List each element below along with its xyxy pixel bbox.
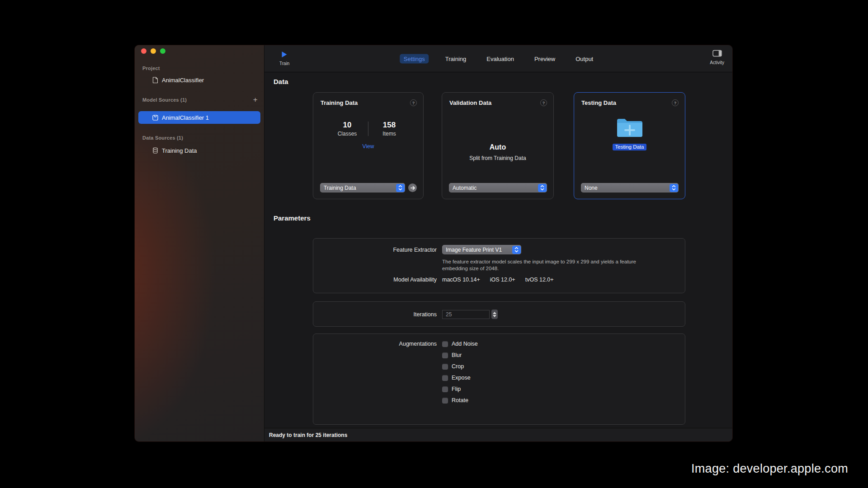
feature-extractor-box: Feature Extractor Image Feature Print V1	[313, 238, 685, 293]
checkbox-flip[interactable]	[442, 386, 448, 392]
testing-data-select[interactable]: None	[581, 183, 679, 192]
document-icon	[152, 77, 159, 84]
select-stepper-icon	[396, 184, 405, 192]
training-data-select[interactable]: Training Data	[320, 183, 405, 192]
sidebar-item-project[interactable]: AnimalClassifier	[135, 74, 264, 86]
model-source-icon	[152, 114, 159, 121]
augmentation-option-label: Rotate	[452, 397, 468, 404]
activity-icon	[712, 50, 722, 59]
validation-data-card: Validation Data ? Auto Split from Traini…	[442, 92, 554, 199]
training-data-card: Training Data ? 10 Classes 158 Items	[313, 92, 424, 199]
training-card-title: Training Data	[321, 99, 358, 106]
checkbox-blur[interactable]	[442, 352, 448, 358]
help-icon[interactable]: ?	[540, 99, 547, 106]
iterations-input[interactable]: 25	[442, 310, 490, 319]
augmentation-option-label: Crop	[452, 363, 464, 370]
data-section-heading: Data	[274, 78, 288, 85]
augmentations-label: Augmentations	[313, 341, 437, 347]
status-message: Ready to train for 25 iterations	[269, 432, 347, 438]
database-icon	[152, 147, 159, 154]
classes-count: 10	[326, 121, 368, 130]
augmentation-option-label: Expose	[452, 375, 471, 381]
view-link[interactable]: View	[313, 143, 423, 150]
tab-evaluation[interactable]: Evaluation	[482, 54, 518, 63]
availability-macos: macOS 10.14+	[442, 277, 480, 283]
sidebar-item-model-source[interactable]: AnimalClassifier 1	[138, 111, 260, 124]
augmentation-row-blur: Blur	[442, 352, 478, 358]
desktop-background: Project AnimalClassifier Model Sources (…	[0, 0, 868, 488]
feature-extractor-description: The feature extractor model scales the i…	[442, 258, 646, 272]
checkbox-expose[interactable]	[442, 375, 448, 381]
close-window-button[interactable]	[141, 48, 146, 54]
augmentation-row-add-noise: Add Noise	[442, 341, 478, 347]
validation-mode-value: Auto	[442, 143, 553, 151]
augmentation-option-label: Blur	[452, 352, 462, 358]
data-sources-section-label: Data Sources (1)	[142, 135, 183, 141]
items-label: Items	[368, 131, 410, 137]
create-ml-window: Project AnimalClassifier Model Sources (…	[135, 45, 732, 441]
select-stepper-icon	[670, 184, 678, 192]
iterations-box: Iterations 25	[313, 301, 685, 327]
help-icon[interactable]: ?	[410, 99, 417, 106]
help-icon[interactable]: ?	[672, 99, 679, 106]
items-count: 158	[368, 121, 410, 130]
image-credit: Image: developer.apple.com	[691, 462, 848, 476]
augmentation-row-flip: Flip	[442, 386, 478, 392]
model-availability-label: Model Availability	[313, 277, 437, 283]
toolbar: Train Settings Training Evaluation Previ…	[264, 45, 732, 72]
iterations-stepper[interactable]	[491, 310, 498, 319]
window-controls	[141, 48, 165, 54]
folder-add-icon	[616, 117, 644, 141]
sidebar-item-label: Training Data	[162, 147, 197, 154]
project-section-label: Project	[142, 66, 160, 71]
validation-data-select-value: Automatic	[453, 185, 476, 191]
augmentations-list: Add Noise Blur Crop Expose	[442, 341, 478, 404]
testing-card-title: Testing Data	[581, 99, 616, 106]
validation-data-select[interactable]: Automatic	[449, 183, 547, 192]
parameters-section-heading: Parameters	[274, 214, 311, 222]
project-section-header: Project	[142, 65, 258, 71]
select-stepper-icon	[538, 184, 547, 192]
open-training-data-button[interactable]	[408, 183, 417, 192]
availability-tvos: tvOS 12.0+	[525, 277, 554, 283]
content-area: Train Settings Training Evaluation Previ…	[264, 45, 732, 441]
select-stepper-icon	[512, 246, 521, 254]
activity-button[interactable]: Activity	[710, 50, 724, 65]
sidebar-item-label: AnimalClassifier	[162, 77, 204, 84]
train-button-label: Train	[279, 61, 289, 66]
augmentation-row-crop: Crop	[442, 363, 478, 370]
augmentations-box: Augmentations Add Noise Blur Crop	[313, 333, 685, 425]
add-model-source-button[interactable]: +	[253, 97, 258, 103]
sidebar-item-label: AnimalClassifier 1	[162, 114, 209, 121]
zoom-window-button[interactable]	[160, 48, 165, 54]
data-sources-section-header: Data Sources (1)	[142, 135, 258, 141]
checkbox-add-noise[interactable]	[442, 341, 448, 347]
settings-pane: Data Training Data ? 10 Classes	[264, 72, 732, 428]
feature-extractor-select[interactable]: Image Feature Print V1	[442, 245, 521, 254]
stepper-up-icon	[493, 312, 496, 314]
feature-extractor-label: Feature Extractor	[313, 247, 437, 253]
tab-preview[interactable]: Preview	[530, 54, 559, 63]
minimize-window-button[interactable]	[151, 48, 156, 54]
tab-output[interactable]: Output	[571, 54, 597, 63]
validation-mode-subtitle: Split from Training Data	[442, 155, 553, 161]
model-sources-section-header: Model Sources (1) +	[142, 97, 258, 103]
sidebar: Project AnimalClassifier Model Sources (…	[135, 45, 264, 441]
sidebar-item-data-source[interactable]: Training Data	[135, 145, 264, 156]
checkbox-rotate[interactable]	[442, 398, 448, 404]
testing-data-card: Testing Data ? Testing Data	[574, 92, 685, 199]
testing-data-drop-target[interactable]: Testing Data	[574, 117, 685, 150]
status-bar: Ready to train for 25 iterations	[264, 428, 732, 441]
stepper-down-icon	[493, 315, 496, 317]
tab-training[interactable]: Training	[441, 54, 470, 63]
train-button[interactable]: Train	[279, 51, 289, 66]
checkbox-crop[interactable]	[442, 364, 448, 370]
training-data-select-value: Training Data	[324, 185, 356, 191]
tab-bar: Settings Training Evaluation Preview Out…	[400, 54, 597, 63]
feature-extractor-select-value: Image Feature Print V1	[446, 247, 502, 253]
model-sources-section-label: Model Sources (1)	[142, 97, 187, 103]
tab-settings[interactable]: Settings	[400, 54, 429, 63]
training-stats: 10 Classes 158 Items	[313, 121, 423, 137]
iterations-label: Iterations	[313, 311, 437, 318]
augmentation-row-rotate: Rotate	[442, 397, 478, 404]
